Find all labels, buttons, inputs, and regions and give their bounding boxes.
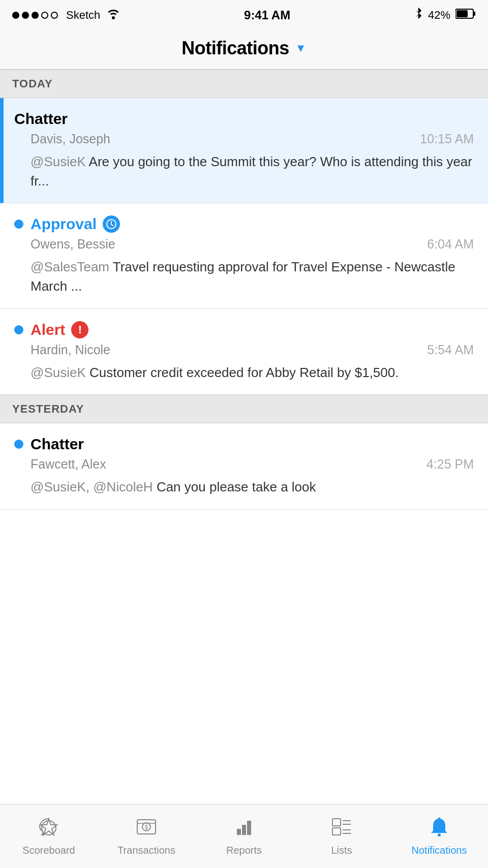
exclamation-icon: !	[71, 321, 88, 338]
chevron-down-icon[interactable]: ▼	[295, 42, 307, 55]
notif-time: 6:04 AM	[427, 237, 474, 252]
page-title: Notifications	[181, 38, 289, 59]
notif-header-row: Chatter	[14, 436, 474, 453]
svg-rect-12	[332, 819, 341, 826]
bluetooth-icon	[414, 7, 423, 24]
signal-dot-2	[22, 12, 29, 19]
tab-reports-label: Reports	[226, 845, 262, 856]
tab-transactions[interactable]: $ Transactions	[98, 804, 195, 868]
notif-meta-row: Fawcett, Alex 4:25 PM	[14, 457, 474, 472]
status-bar: Sketch 9:41 AM 42%	[0, 0, 488, 28]
notif-mention: @SusieK	[30, 365, 86, 380]
notif-header-row: Chatter	[14, 110, 474, 128]
tab-transactions-label: Transactions	[117, 845, 175, 856]
clock-icon	[103, 215, 120, 233]
signal-dot-4	[41, 12, 48, 19]
notif-sender: Owens, Bessie	[30, 237, 115, 252]
signal-dot-3	[32, 12, 39, 19]
unread-indicator	[14, 325, 23, 334]
notif-text: Are you going to the Summit this year? W…	[30, 154, 472, 189]
status-time: 9:41 AM	[244, 8, 290, 22]
signal-dots	[12, 12, 58, 19]
notif-time: 5:54 AM	[427, 343, 474, 357]
tab-scoreboard-label: Scoreboard	[22, 845, 75, 856]
notif-header-row: Approval	[14, 215, 474, 233]
notification-item[interactable]: Alert ! Hardin, Nicole 5:54 AM @SusieK C…	[0, 309, 488, 395]
notif-type-label: Chatter	[14, 110, 68, 128]
wifi-icon	[106, 8, 120, 22]
notif-text: Customer credit exceeded for Abby Retail…	[89, 365, 399, 380]
notif-body: @SusieK Customer credit exceeded for Abb…	[14, 363, 474, 383]
notif-header-row: Alert !	[14, 321, 474, 338]
tab-bar: Scoreboard $ Transactions Reports	[0, 804, 488, 868]
transactions-icon: $	[135, 817, 158, 842]
signal-dot-1	[12, 12, 19, 19]
notif-type-label: Alert	[30, 321, 65, 338]
svg-rect-9	[237, 829, 241, 835]
unread-indicator	[14, 220, 23, 229]
notif-body: @SusieK Are you going to the Summit this…	[14, 152, 474, 191]
status-left: Sketch	[12, 8, 120, 22]
notif-meta-row: Owens, Bessie 6:04 AM	[14, 237, 474, 252]
tab-reports[interactable]: Reports	[195, 804, 293, 868]
notif-meta-row: Davis, Joseph 10:15 AM	[14, 132, 474, 146]
battery-percentage: 42%	[428, 9, 450, 22]
notification-item[interactable]: Chatter Davis, Joseph 10:15 AM @SusieK A…	[0, 98, 488, 203]
battery-icon	[455, 8, 476, 22]
notif-sender: Hardin, Nicole	[30, 343, 110, 357]
unread-indicator	[14, 440, 23, 449]
content-area: TODAY Chatter Davis, Joseph 10:15 AM @Su…	[0, 70, 488, 574]
status-right: 42%	[414, 7, 476, 24]
notif-sender: Fawcett, Alex	[30, 457, 106, 472]
section-header-yesterday: YESTERDAY	[0, 395, 488, 423]
tab-lists-label: Lists	[331, 845, 352, 856]
notif-body: @SusieK, @NicoleH Can you please take a …	[14, 478, 474, 497]
notif-type-label: Approval	[30, 215, 97, 233]
notif-time: 4:25 PM	[426, 457, 474, 472]
scoreboard-icon	[38, 817, 60, 842]
tab-scoreboard[interactable]: Scoreboard	[0, 804, 98, 868]
svg-rect-11	[247, 821, 251, 835]
svg-point-19	[438, 817, 441, 820]
notification-item[interactable]: Chatter Fawcett, Alex 4:25 PM @SusieK, @…	[0, 423, 488, 510]
notif-meta-row: Hardin, Nicole 5:54 AM	[14, 343, 474, 357]
notif-mention: @SalesTeam	[30, 259, 109, 274]
notif-mention: @SusieK	[30, 154, 86, 169]
svg-rect-2	[456, 10, 468, 17]
svg-rect-13	[332, 828, 341, 835]
lists-icon	[330, 817, 353, 842]
carrier-label: Sketch	[66, 9, 100, 22]
signal-dot-5	[51, 12, 58, 19]
notifications-icon	[428, 817, 450, 842]
tab-notifications-label: Notifications	[412, 845, 467, 856]
svg-text:$: $	[145, 824, 148, 831]
tab-lists[interactable]: Lists	[293, 804, 390, 868]
notif-time: 10:15 AM	[420, 132, 474, 146]
reports-icon	[233, 817, 255, 842]
svg-rect-1	[473, 12, 475, 16]
notif-sender: Davis, Joseph	[30, 132, 110, 146]
notif-text: Can you please take a look	[157, 479, 316, 494]
page-header: Notifications ▼	[0, 28, 488, 70]
notif-mention: @SusieK, @NicoleH	[30, 479, 153, 494]
notif-body: @SalesTeam Travel requesting approval fo…	[14, 258, 474, 296]
section-header-today: TODAY	[0, 70, 488, 98]
notification-item[interactable]: Approval Owens, Bessie 6:04 AM @SalesTea…	[0, 203, 488, 308]
tab-notifications[interactable]: Notifications	[390, 804, 488, 868]
svg-point-18	[438, 833, 441, 836]
notif-type-label: Chatter	[30, 436, 84, 453]
svg-rect-10	[242, 825, 246, 835]
